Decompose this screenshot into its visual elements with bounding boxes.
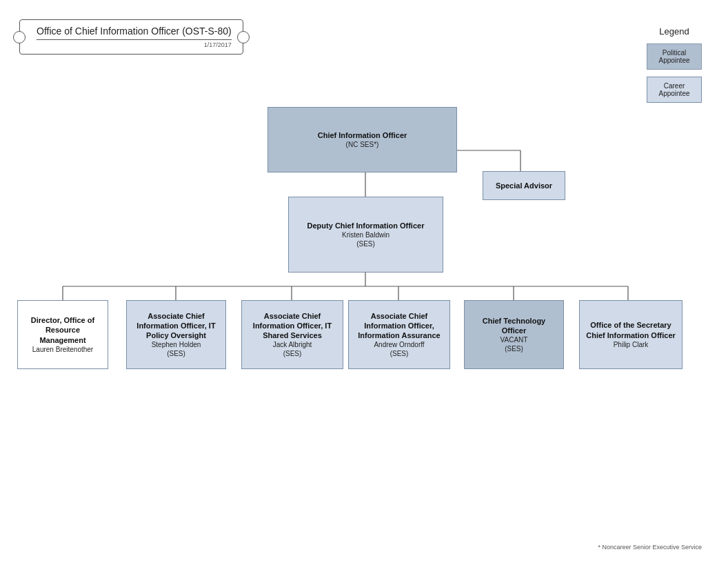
assoc-cio-info-assurance-node: Associate Chief Information Officer, Inf… (348, 300, 450, 369)
deputy-cio-title: Deputy Chief Information Officer (307, 221, 425, 230)
ots-cio-title: Office of the Secretary Chief Informatio… (585, 320, 676, 340)
chief-tech-officer-suffix: (SES) (505, 344, 523, 353)
chief-tech-officer-node: Chief Technology Officer VACANT (SES) (464, 300, 564, 369)
assoc-cio-it-policy-node: Associate Chief Information Officer, IT … (126, 300, 226, 369)
deputy-cio-suffix: (SES) (356, 239, 375, 248)
header-circle-right (237, 31, 250, 43)
deputy-cio-name: Kristen Baldwin (342, 230, 390, 239)
header-title: Office of Chief Information Officer (OST… (37, 26, 232, 40)
header-circle-left (13, 31, 26, 43)
chief-tech-officer-name: VACANT (501, 335, 528, 344)
director-office-name: Lauren Breitenother (32, 345, 93, 354)
cio-node: Chief Information Officer (NC SES*) (267, 107, 457, 172)
assoc-cio-it-shared-title: Associate Chief Information Officer, IT … (247, 311, 337, 341)
header-date: 1/17/2017 (37, 41, 232, 48)
director-office-node: Director, Office of Resource Management … (17, 300, 108, 369)
deputy-cio-node: Deputy Chief Information Officer Kristen… (288, 197, 443, 273)
director-office-title: Director, Office of Resource Management (23, 315, 102, 345)
cio-subtitle: (NC SES*) (346, 140, 379, 149)
assoc-cio-it-policy-suffix: (SES) (167, 349, 185, 358)
legend-career: CareerAppointee (647, 77, 702, 103)
legend-political: PoliticalAppointee (647, 43, 702, 70)
cio-title: Chief Information Officer (318, 130, 407, 140)
header-box: Office of Chief Information Officer (OST… (19, 19, 243, 55)
assoc-cio-it-shared-node: Associate Chief Information Officer, IT … (241, 300, 343, 369)
assoc-cio-it-shared-suffix: (SES) (283, 349, 302, 358)
footnote: * Noncareer Senior Executive Service (598, 544, 702, 551)
assoc-cio-info-assurance-title: Associate Chief Information Officer, Inf… (354, 311, 444, 341)
special-advisor-title: Special Advisor (496, 181, 552, 190)
assoc-cio-it-policy-name: Stephen Holden (152, 340, 201, 349)
assoc-cio-it-policy-title: Associate Chief Information Officer, IT … (132, 311, 220, 341)
legend: Legend PoliticalAppointee CareerAppointe… (647, 26, 702, 103)
ots-cio-node: Office of the Secretary Chief Informatio… (579, 300, 682, 369)
special-advisor-node: Special Advisor (483, 171, 565, 200)
assoc-cio-info-assurance-name: Andrew Orndorff (374, 340, 424, 349)
chief-tech-officer-title: Chief Technology Officer (470, 316, 558, 336)
ots-cio-name: Philip Clark (614, 340, 649, 349)
legend-title: Legend (659, 26, 689, 37)
assoc-cio-info-assurance-suffix: (SES) (390, 349, 409, 358)
assoc-cio-it-shared-name: Jack Albright (273, 340, 312, 349)
